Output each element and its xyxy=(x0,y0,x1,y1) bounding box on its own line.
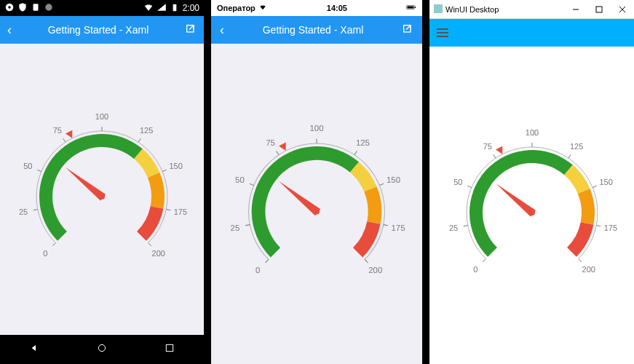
gauge-chart: 0255075100125150175200 xyxy=(7,95,197,284)
svg-line-6 xyxy=(52,243,55,246)
gauge-tick-label: 50 xyxy=(453,178,462,186)
ios-app-bar: ‹ Getting Started - Xaml xyxy=(211,16,422,44)
svg-line-38 xyxy=(493,154,495,158)
battery-icon xyxy=(170,2,180,15)
sim-icon xyxy=(31,2,41,15)
svg-rect-16 xyxy=(167,344,173,351)
nav-back-icon[interactable] xyxy=(28,342,40,357)
svg-rect-4 xyxy=(173,4,176,10)
svg-rect-2 xyxy=(33,4,39,10)
svg-line-37 xyxy=(467,186,472,187)
gauge-tick-label: 50 xyxy=(23,162,32,170)
gauge-tick-label: 150 xyxy=(599,178,612,186)
svg-line-28 xyxy=(384,225,388,226)
svg-line-27 xyxy=(379,183,384,185)
svg-point-3 xyxy=(45,4,52,10)
windows-device: WinUI Desktop 0255075100125150175200 xyxy=(429,0,634,364)
ios-device: Оператор 14:05 ‹ Getting Started - Xaml … xyxy=(211,0,422,364)
svg-line-13 xyxy=(166,210,170,210)
svg-rect-19 xyxy=(415,7,416,8)
gauge-tick-label: 175 xyxy=(174,207,187,216)
circle-icon xyxy=(44,2,54,15)
svg-line-42 xyxy=(596,226,601,226)
shield-icon xyxy=(17,2,28,15)
minimize-button[interactable] xyxy=(564,0,587,19)
gauge-tick-label: 175 xyxy=(392,223,405,232)
content-area: 0255075100125150175200 xyxy=(429,47,634,364)
gauge-range xyxy=(567,222,593,257)
gauge-tick-label: 200 xyxy=(582,265,595,274)
gauge-tick-label: 50 xyxy=(235,175,245,184)
gauge-tick-label: 25 xyxy=(19,207,28,216)
gauge-tick-label: 0 xyxy=(43,249,47,258)
menu-button[interactable] xyxy=(437,28,448,37)
gauge-chart: 0255075100125150175200 xyxy=(218,106,415,302)
windows-app-bar xyxy=(429,19,634,47)
svg-line-14 xyxy=(148,243,151,246)
svg-line-35 xyxy=(483,259,486,262)
svg-line-9 xyxy=(63,138,66,142)
svg-line-36 xyxy=(463,226,467,226)
android-status-bar: 2:00 xyxy=(0,0,204,16)
open-external-icon[interactable] xyxy=(402,23,413,37)
window-title: WinUI Desktop xyxy=(445,5,499,14)
svg-point-1 xyxy=(8,6,11,9)
gauge-tick-label: 0 xyxy=(255,266,260,274)
ios-status-bar: Оператор 14:05 xyxy=(211,0,422,16)
svg-rect-18 xyxy=(408,7,414,9)
gauge-tick-label: 150 xyxy=(169,162,182,170)
gauge-marker xyxy=(66,130,72,138)
maximize-button[interactable] xyxy=(587,0,611,19)
status-time: 2:00 xyxy=(183,3,199,13)
page-title: Getting Started - Xaml xyxy=(12,24,185,36)
gauge-hub xyxy=(99,194,105,199)
gauge-hub xyxy=(314,208,320,214)
app-icon xyxy=(434,4,443,15)
android-nav-bar xyxy=(0,335,204,364)
wifi-icon xyxy=(258,4,268,12)
status-time: 14:05 xyxy=(268,4,406,12)
gauge-tick-label: 75 xyxy=(266,138,275,147)
gauge-range xyxy=(148,173,165,209)
gauge-tick-label: 200 xyxy=(368,266,382,274)
content-area: 0255075100125150175200 xyxy=(211,44,422,364)
nav-home-icon[interactable] xyxy=(96,342,108,357)
android-device: 2:00 ‹ Getting Started - Xaml 0255075100… xyxy=(0,0,204,364)
gauge-range xyxy=(353,221,381,257)
open-external-icon[interactable] xyxy=(185,23,197,37)
gauge-tick-label: 25 xyxy=(231,223,240,232)
gauge-marker xyxy=(496,146,502,154)
svg-line-24 xyxy=(277,151,279,154)
svg-line-7 xyxy=(33,210,38,210)
wifi-icon xyxy=(143,2,154,15)
content-area: 0255075100125150175200 xyxy=(0,44,204,335)
signal-icon xyxy=(156,2,167,15)
android-app-bar: ‹ Getting Started - Xaml xyxy=(0,16,204,44)
gauge-tick-label: 0 xyxy=(473,265,478,274)
battery-icon xyxy=(406,4,416,12)
gauge-tick-label: 150 xyxy=(387,175,400,184)
svg-rect-30 xyxy=(434,4,443,13)
gauge-range xyxy=(137,206,163,241)
svg-point-15 xyxy=(98,344,105,351)
nav-recent-icon[interactable] xyxy=(164,342,175,357)
svg-line-29 xyxy=(365,259,368,262)
carrier-label: Оператор xyxy=(217,4,255,12)
svg-line-21 xyxy=(266,259,269,262)
gauge-range xyxy=(577,189,594,225)
svg-line-41 xyxy=(593,186,597,187)
svg-line-8 xyxy=(37,170,41,171)
gauge-tick-label: 25 xyxy=(448,223,457,232)
gauge-tick-label: 100 xyxy=(309,124,323,132)
svg-rect-32 xyxy=(596,7,602,12)
page-title: Getting Started - Xaml xyxy=(224,24,402,36)
close-button[interactable] xyxy=(611,0,634,19)
windows-title-bar: WinUI Desktop xyxy=(429,0,634,19)
svg-line-23 xyxy=(250,183,254,185)
svg-line-11 xyxy=(138,138,140,142)
svg-line-43 xyxy=(578,259,581,262)
gauge-tick-label: 75 xyxy=(483,142,491,151)
gauge-tick-label: 125 xyxy=(569,142,582,151)
gauge-tick-label: 75 xyxy=(53,126,62,135)
gauge-marker xyxy=(279,143,286,151)
